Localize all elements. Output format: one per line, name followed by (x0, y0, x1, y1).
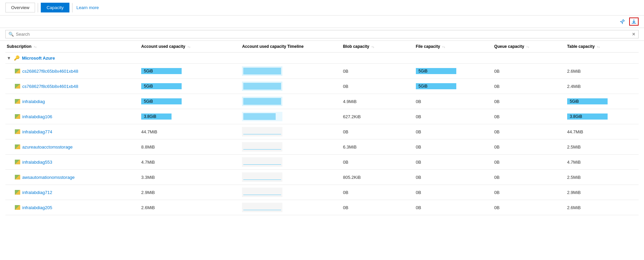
blob-capacity-cell: 627.2KiB (342, 109, 415, 124)
search-input[interactable] (16, 32, 632, 37)
account-used-cell: 5GiB (140, 94, 241, 109)
table-capacity-cell: 2.5MiB (566, 170, 639, 185)
storage-account-link[interactable]: infralabdiag712 (15, 190, 137, 195)
blob-capacity-value: 4.9MiB (343, 99, 357, 104)
storage-icon (15, 129, 20, 134)
blob-capacity-value: 0B (343, 160, 348, 165)
timeline-cell (241, 200, 341, 215)
timeline-line-bar (242, 203, 282, 212)
account-used-text: 44.7MiB (141, 129, 157, 134)
table-capacity-bar: 3.8GiB (567, 113, 608, 120)
blob-capacity-value: 0B (343, 84, 348, 89)
table-capacity-cell: 2.5MiB (566, 139, 639, 155)
group-subscription-link[interactable]: Microsoft Azure (22, 56, 55, 61)
file-capacity-bar: 5GiB (416, 68, 456, 74)
sort-icon-file: ↑↓ (442, 45, 445, 48)
subscription-cell: infralabdiag106 (5, 109, 140, 124)
table-row: infralabdiag106 3.8GiB627.2KiB0B0B3.8GiB (5, 109, 639, 124)
file-capacity-cell: 0B (415, 155, 493, 170)
blob-capacity-value: 627.2KiB (343, 114, 361, 119)
col-header-account-used[interactable]: Account used capacity ↑↓ (140, 41, 241, 53)
timeline-cell (241, 185, 341, 200)
table-capacity-cell: 2.4MiB (566, 79, 639, 94)
col-header-subscription[interactable]: Subscription ↑↓ (5, 41, 140, 53)
timeline-cell (241, 170, 341, 185)
table-capacity-cell: 2.6MiB (566, 64, 639, 79)
download-button[interactable] (629, 18, 639, 26)
storage-icon (15, 190, 20, 195)
file-capacity-value: 0B (416, 160, 421, 165)
file-capacity-value: 0B (416, 190, 421, 195)
timeline-cell (241, 79, 341, 94)
table-row: cs268627f8c65b8x4601xb48 5GiB0B5GiB0B2.6… (5, 64, 639, 79)
queue-capacity-cell: 0B (493, 170, 566, 185)
subscription-cell: infralabdiag205 (5, 200, 140, 215)
storage-account-link[interactable]: cs768627f8c65b8x4601xb48 (15, 84, 137, 89)
table-capacity-cell: 3.8GiB (566, 109, 639, 124)
table-row: infralabdiag774 44.7MiB0B0B0B44.7MiB (5, 124, 639, 139)
account-used-cell: 3.3MiB (140, 170, 241, 185)
col-header-table[interactable]: Table capacity ↑↓ (566, 41, 639, 53)
account-used-bar: 5GiB (141, 68, 182, 74)
table-row: infralabdiag712 2.9MiB0B0B0B2.9MiB (5, 185, 639, 200)
timeline-line-bar (242, 127, 282, 136)
clear-search-icon[interactable]: ✕ (632, 32, 636, 37)
blob-capacity-value: 6.3MiB (343, 144, 357, 150)
storage-icon (15, 175, 20, 180)
timeline-line-bar (242, 142, 282, 152)
table-capacity-value: 2.5MiB (567, 175, 581, 180)
file-capacity-cell: 0B (415, 139, 493, 155)
learn-more-link[interactable]: Learn more (76, 5, 99, 10)
account-used-bar: 5GiB (141, 98, 182, 104)
account-used-cell: 8.8MiB (140, 139, 241, 155)
file-capacity-cell: 5GiB (415, 64, 493, 79)
account-used-text: 3.3MiB (141, 175, 155, 180)
download-icon (631, 19, 637, 24)
storage-account-link[interactable]: infralabdiag106 (15, 114, 137, 119)
account-used-text: 4.7MiB (141, 160, 155, 165)
storage-account-link[interactable]: cs268627f8c65b8x4601xb48 (15, 69, 137, 74)
blob-capacity-value: 0B (343, 129, 348, 134)
storage-account-link[interactable]: awsautomationomsstorage (15, 175, 137, 180)
col-header-blob[interactable]: Blob capacity ↑↓ (342, 41, 415, 53)
group-toggle-icon[interactable]: ▼ (7, 56, 11, 61)
subscription-cell: azureautoacctomsstorage (5, 139, 140, 155)
col-header-timeline: Account used capacity Timeline (241, 41, 341, 53)
storage-account-link[interactable]: infralabdiag205 (15, 205, 137, 210)
storage-account-link[interactable]: infralabdiag553 (15, 160, 137, 165)
table-capacity-cell: 44.7MiB (566, 124, 639, 139)
pin-button[interactable] (618, 18, 626, 26)
storage-account-link[interactable]: infralabdiag774 (15, 129, 137, 134)
queue-capacity-cell: 0B (493, 185, 566, 200)
account-used-cell: 4.7MiB (140, 155, 241, 170)
timeline-line-bar (242, 172, 282, 182)
queue-capacity-cell: 0B (493, 139, 566, 155)
storage-account-link[interactable]: azureautoacctomsstorage (15, 144, 137, 150)
queue-capacity-value: 0B (494, 175, 500, 180)
account-used-cell: 5GiB (140, 79, 241, 94)
timeline-cell (241, 64, 341, 79)
blob-capacity-cell: 805.2KiB (342, 170, 415, 185)
col-header-queue[interactable]: Queue capacity ↑↓ (493, 41, 566, 53)
blob-capacity-cell: 6.3MiB (342, 139, 415, 155)
tab-divider-2 (72, 3, 72, 12)
timeline-bar (242, 97, 282, 106)
tab-divider-1 (38, 3, 38, 12)
queue-capacity-value: 0B (494, 84, 500, 89)
account-used-cell: 3.8GiB (140, 109, 241, 124)
account-used-bar: 3.8GiB (141, 113, 172, 120)
account-used-bar: 5GiB (141, 83, 182, 89)
table-capacity-cell: 5GiB (566, 94, 639, 109)
tab-capacity[interactable]: Capacity (41, 3, 69, 12)
blob-capacity-cell: 0B (342, 185, 415, 200)
blob-capacity-cell: 0B (342, 124, 415, 139)
file-capacity-bar: 5GiB (416, 83, 456, 89)
storage-account-link[interactable]: infralabdiag (15, 99, 137, 104)
queue-capacity-value: 0B (494, 160, 500, 165)
table-header-row: Subscription ↑↓ Account used capacity ↑↓… (5, 41, 639, 53)
col-header-file[interactable]: File capacity ↑↓ (415, 41, 493, 53)
tab-overview[interactable]: Overview (5, 3, 35, 12)
file-capacity-cell: 5GiB (415, 79, 493, 94)
subscription-cell: awsautomationomsstorage (5, 170, 140, 185)
timeline-cell (241, 139, 341, 155)
